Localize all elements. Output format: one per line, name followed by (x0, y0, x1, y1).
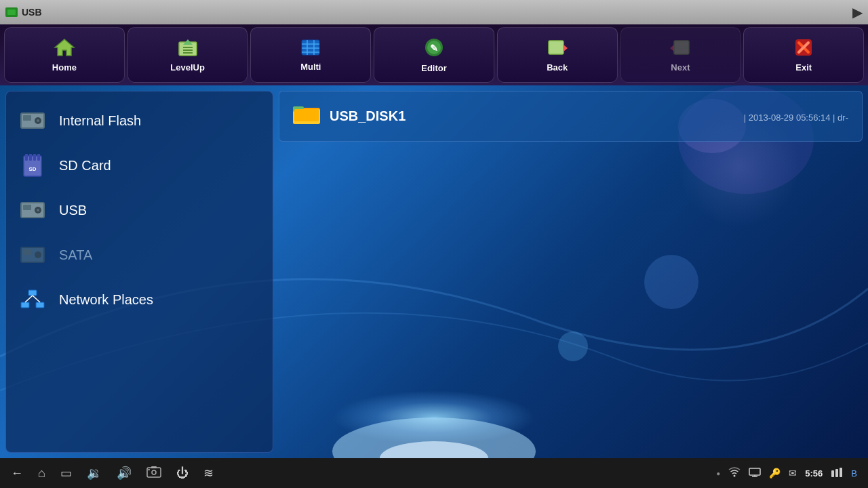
svg-point-59 (152, 470, 156, 474)
sidebar-item-sd-card[interactable]: SD SD Card (6, 143, 273, 188)
main-content: Internal Flash SD SD Card (0, 85, 868, 458)
svg-point-48 (35, 251, 41, 258)
levelup-nav-icon (178, 38, 198, 60)
usb-icon (20, 197, 45, 223)
nav-exit-button[interactable]: Exit (743, 27, 864, 83)
sd-card-icon: SD (20, 152, 45, 178)
wifi-signal-icon (728, 466, 741, 481)
usb-label: USB (59, 203, 87, 218)
svg-point-35 (37, 119, 39, 122)
svg-rect-67 (835, 469, 838, 477)
svg-rect-58 (147, 468, 161, 477)
svg-rect-38 (29, 154, 32, 161)
recent-apps-icon[interactable]: ▭ (60, 466, 72, 481)
title-bar-left: USB (5, 7, 42, 18)
multi-nav-label: Multi (300, 62, 321, 72)
usb-disk1-meta: | 2013-08-29 05:56:14 | dr- (744, 113, 848, 123)
network-places-label: Network Places (59, 292, 153, 308)
internal-flash-label: Internal Flash (59, 113, 141, 129)
layers-icon[interactable]: ≋ (203, 466, 214, 481)
file-area: USB_DISK1 | 2013-08-29 05:56:14 | dr- (279, 91, 863, 453)
usb-disk1-folder-icon (293, 102, 320, 130)
levelup-nav-label: LevelUp (170, 62, 205, 73)
svg-rect-21 (674, 41, 689, 54)
nav-levelup-button[interactable]: LevelUp (127, 27, 248, 83)
email-icon: ✉ (789, 468, 797, 479)
next-nav-label: Next (671, 62, 690, 73)
home-taskbar-icon[interactable]: ⌂ (38, 466, 45, 481)
back-nav-label: Back (547, 62, 568, 73)
display-icon (749, 466, 761, 481)
sidebar-item-network-places[interactable]: Network Places (6, 277, 273, 322)
volume-up-icon[interactable]: 🔊 (117, 466, 132, 481)
status-dot-icon: ● (716, 470, 720, 477)
multi-nav-icon (300, 39, 321, 59)
nav-editor-button[interactable]: ✎ Editor (374, 27, 494, 83)
home-nav-icon (54, 38, 75, 60)
internal-flash-icon (20, 108, 45, 134)
svg-rect-37 (25, 154, 28, 161)
svg-rect-63 (749, 468, 760, 475)
exit-nav-icon (794, 38, 813, 60)
svg-rect-66 (831, 470, 834, 477)
sidebar-item-usb[interactable]: USB (6, 188, 273, 232)
taskbar-left: ← ⌂ ▭ 🔉 🔊 ⏻ ≋ (11, 466, 214, 481)
editor-nav-label: Editor (421, 63, 447, 73)
svg-rect-49 (28, 290, 37, 296)
svg-rect-51 (36, 302, 44, 308)
title-arrow-icon: ▶ (852, 4, 863, 20)
sata-icon (20, 242, 45, 268)
volume-down-icon[interactable]: 🔉 (87, 466, 102, 481)
svg-rect-40 (37, 154, 40, 161)
sidebar-item-internal-flash[interactable]: Internal Flash (6, 98, 273, 143)
usb-disk1-name: USB_DISK1 (330, 108, 734, 124)
editor-nav-icon: ✎ (424, 37, 444, 60)
sidebar: Internal Flash SD SD Card (5, 91, 273, 453)
svg-rect-57 (294, 109, 319, 121)
svg-rect-47 (23, 249, 31, 255)
svg-rect-43 (23, 205, 31, 210)
network-places-icon (20, 287, 45, 312)
svg-marker-22 (670, 45, 674, 52)
nav-next-button[interactable]: Next (620, 27, 741, 83)
key-icon: 🔑 (769, 468, 781, 479)
svg-point-62 (734, 474, 736, 476)
svg-rect-60 (151, 466, 157, 468)
sd-card-label: SD Card (59, 158, 111, 174)
exit-nav-label: Exit (795, 62, 812, 73)
sata-label: SATA (59, 247, 92, 263)
svg-rect-39 (33, 154, 36, 161)
nav-home-button[interactable]: Home (4, 27, 125, 83)
svg-line-53 (33, 296, 40, 302)
nav-multi-button[interactable]: Multi (250, 27, 371, 83)
next-nav-icon (670, 38, 690, 60)
back-nav-icon (547, 38, 568, 60)
power-icon[interactable]: ⏻ (176, 466, 189, 481)
nav-back-button[interactable]: Back (497, 27, 618, 83)
svg-point-45 (37, 209, 39, 211)
svg-text:SD: SD (28, 166, 36, 172)
taskbar: ← ⌂ ▭ 🔉 🔊 ⏻ ≋ ● (0, 458, 868, 488)
svg-rect-1 (7, 9, 16, 15)
taskbar-right: ● 🔑 ✉ 5:56 B (716, 466, 857, 481)
svg-text:✎: ✎ (430, 43, 438, 54)
svg-marker-20 (564, 45, 568, 52)
svg-line-52 (25, 296, 33, 302)
screenshot-icon[interactable] (146, 466, 161, 481)
svg-rect-68 (840, 468, 842, 477)
sidebar-item-sata[interactable]: SATA (6, 232, 273, 277)
window-title: USB (22, 7, 42, 18)
network-status-icon (831, 466, 843, 481)
file-item-usb-disk1[interactable]: USB_DISK1 | 2013-08-29 05:56:14 | dr- (279, 91, 863, 142)
nav-bar: Home LevelUp Mul (0, 24, 868, 85)
back-arrow-icon[interactable]: ← (11, 466, 23, 481)
bluetooth-icon: B (851, 468, 857, 479)
title-bar: USB ▶ (0, 0, 868, 24)
usb-disk1-info: USB_DISK1 (330, 108, 734, 124)
usb-title-icon (5, 7, 18, 17)
svg-rect-33 (23, 115, 31, 121)
svg-rect-19 (549, 41, 564, 54)
home-nav-label: Home (52, 62, 77, 73)
taskbar-time: 5:56 (805, 468, 823, 479)
svg-rect-50 (21, 302, 29, 308)
